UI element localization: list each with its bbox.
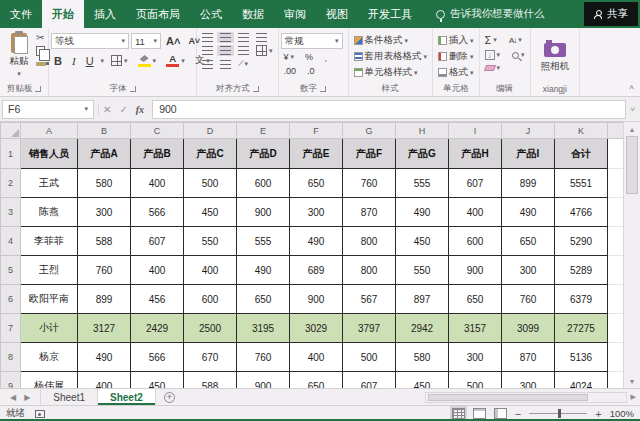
cell-styles-button[interactable]: 单元格样式▾ bbox=[351, 65, 421, 80]
cell-J2[interactable]: 899 bbox=[502, 169, 555, 198]
cell-H8[interactable]: 580 bbox=[396, 343, 449, 372]
cell-B9[interactable]: 400 bbox=[78, 372, 131, 389]
zoom-in-button[interactable]: + bbox=[595, 408, 601, 420]
cell-C8[interactable]: 566 bbox=[131, 343, 184, 372]
cut-button[interactable]: ✂ bbox=[36, 33, 46, 43]
cell-E7[interactable]: 3195 bbox=[237, 314, 290, 343]
underline-button[interactable]: U bbox=[83, 54, 97, 68]
cell-A2[interactable]: 王武 bbox=[21, 169, 78, 198]
cell-D2[interactable]: 500 bbox=[184, 169, 237, 198]
cell-K7[interactable]: 27275 bbox=[555, 314, 608, 343]
align-top-button[interactable] bbox=[199, 32, 216, 43]
cell-J3[interactable]: 490 bbox=[502, 198, 555, 227]
cell-J9[interactable]: 300 bbox=[502, 372, 555, 389]
cell-C4[interactable]: 607 bbox=[131, 227, 184, 256]
cell-I7[interactable]: 3157 bbox=[449, 314, 502, 343]
ribbon-tab-页面布局[interactable]: 页面布局 bbox=[126, 0, 190, 28]
cell-K6[interactable]: 6379 bbox=[555, 285, 608, 314]
cell-C7[interactable]: 2429 bbox=[131, 314, 184, 343]
cell-D5[interactable]: 400 bbox=[184, 256, 237, 285]
ribbon-tab-审阅[interactable]: 审阅 bbox=[274, 0, 316, 28]
cell-K3[interactable]: 4766 bbox=[555, 198, 608, 227]
expand-formula-bar-button[interactable]: ˅ bbox=[630, 105, 638, 114]
cell-K4[interactable]: 5290 bbox=[555, 227, 608, 256]
cell-extra[interactable] bbox=[608, 343, 624, 372]
cell-D1[interactable]: 产品C bbox=[184, 139, 237, 169]
ribbon-tab-视图[interactable]: 视图 bbox=[316, 0, 358, 28]
cell-extra[interactable] bbox=[608, 169, 624, 198]
align-right-button[interactable] bbox=[235, 45, 252, 56]
cell-B3[interactable]: 300 bbox=[78, 198, 131, 227]
format-painter-button[interactable] bbox=[36, 62, 46, 66]
fill-color-button[interactable]: ▾ bbox=[135, 53, 160, 68]
cell-J1[interactable]: 产品I bbox=[502, 139, 555, 169]
cell-H6[interactable]: 897 bbox=[396, 285, 449, 314]
page-break-view-button[interactable] bbox=[494, 408, 507, 419]
column-header-J[interactable]: J bbox=[502, 123, 555, 139]
tell-me-box[interactable]: 告诉我你想要做什么 bbox=[436, 0, 584, 28]
zoom-slider[interactable] bbox=[529, 413, 587, 414]
cell-E8[interactable]: 760 bbox=[237, 343, 290, 372]
column-header-K[interactable]: K bbox=[555, 123, 608, 139]
cell-E9[interactable]: 900 bbox=[237, 372, 290, 389]
cell-B2[interactable]: 580 bbox=[78, 169, 131, 198]
cell-B8[interactable]: 490 bbox=[78, 343, 131, 372]
share-button[interactable]: 共享 bbox=[584, 2, 638, 26]
cell-G9[interactable]: 607 bbox=[343, 372, 396, 389]
cell-B4[interactable]: 588 bbox=[78, 227, 131, 256]
clipboard-dialog-launcher[interactable] bbox=[35, 86, 41, 92]
font-size-select[interactable]: 11▾ bbox=[131, 33, 161, 49]
cell-G6[interactable]: 567 bbox=[343, 285, 396, 314]
cell-C2[interactable]: 400 bbox=[131, 169, 184, 198]
column-header-I[interactable]: I bbox=[449, 123, 502, 139]
conditional-formatting-button[interactable]: 条件格式▾ bbox=[351, 33, 412, 48]
cell-I2[interactable]: 607 bbox=[449, 169, 502, 198]
cell-H5[interactable]: 550 bbox=[396, 256, 449, 285]
cell-A9[interactable]: 杨伟展 bbox=[21, 372, 78, 389]
cell-D3[interactable]: 450 bbox=[184, 198, 237, 227]
ribbon-tab-插入[interactable]: 插入 bbox=[84, 0, 126, 28]
cell-C6[interactable]: 456 bbox=[131, 285, 184, 314]
cell-B5[interactable]: 760 bbox=[78, 256, 131, 285]
cell-J8[interactable]: 870 bbox=[502, 343, 555, 372]
delete-cells-button[interactable]: 删除▾ bbox=[435, 49, 477, 64]
cell-A7[interactable]: 小计 bbox=[21, 314, 78, 343]
column-header-H[interactable]: H bbox=[396, 123, 449, 139]
ribbon-tab-开发工具[interactable]: 开发工具 bbox=[358, 0, 422, 28]
normal-view-button[interactable] bbox=[452, 408, 465, 419]
scroll-down-icon[interactable]: ▼ bbox=[624, 374, 640, 388]
cell-I9[interactable]: 500 bbox=[449, 372, 502, 389]
zoom-slider-thumb[interactable] bbox=[558, 409, 561, 418]
sort-filter-button[interactable]: A↓▾ bbox=[506, 35, 525, 46]
cell-H2[interactable]: 555 bbox=[396, 169, 449, 198]
cell-J5[interactable]: 300 bbox=[502, 256, 555, 285]
wrap-text-button[interactable] bbox=[253, 32, 270, 43]
number-dialog-launcher[interactable] bbox=[320, 86, 326, 92]
increase-decimal-button[interactable]: .00 bbox=[281, 65, 300, 77]
sheet-tab-sheet2[interactable]: Sheet2 bbox=[98, 389, 156, 405]
decrease-decimal-button[interactable]: .0 bbox=[304, 65, 318, 77]
cell-extra[interactable] bbox=[608, 198, 624, 227]
fill-button[interactable]: ↓▾ bbox=[482, 49, 504, 61]
next-sheet-icon[interactable]: ▶ bbox=[24, 393, 30, 402]
cell-E6[interactable]: 650 bbox=[237, 285, 290, 314]
format-as-table-button[interactable]: 套用表格格式▾ bbox=[351, 49, 431, 64]
insert-function-button[interactable]: fx bbox=[136, 104, 144, 115]
scroll-up-icon[interactable]: ▲ bbox=[624, 122, 640, 136]
enter-formula-button[interactable]: ✓ bbox=[119, 104, 127, 115]
decrease-indent-button[interactable] bbox=[199, 59, 216, 70]
cell-A6[interactable]: 欧阳平南 bbox=[21, 285, 78, 314]
name-box[interactable]: F6 ▾ bbox=[2, 100, 94, 119]
orientation-button[interactable]: ⟋▾ bbox=[235, 58, 251, 70]
alignment-dialog-launcher[interactable] bbox=[253, 86, 259, 92]
cell-D7[interactable]: 2500 bbox=[184, 314, 237, 343]
cell-G1[interactable]: 产品F bbox=[343, 139, 396, 169]
cell-G8[interactable]: 500 bbox=[343, 343, 396, 372]
collapse-ribbon-button[interactable]: ˄ bbox=[629, 83, 640, 96]
cell-J4[interactable]: 650 bbox=[502, 227, 555, 256]
copy-button[interactable] bbox=[36, 46, 45, 56]
cell-J7[interactable]: 3099 bbox=[502, 314, 555, 343]
cell-extra[interactable] bbox=[608, 256, 624, 285]
cell-F4[interactable]: 490 bbox=[290, 227, 343, 256]
row-header-5[interactable]: 5 bbox=[1, 256, 21, 285]
